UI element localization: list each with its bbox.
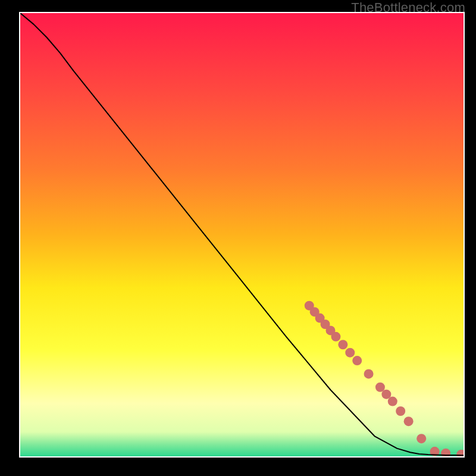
marker-dot [364, 369, 374, 378]
marker-dot [331, 332, 340, 342]
plot-svg [19, 12, 465, 458]
marker-dot [388, 397, 397, 406]
marker-dot [345, 348, 355, 358]
marker-dot [404, 416, 414, 426]
plot-area [19, 12, 465, 458]
marker-dot [396, 406, 405, 416]
chart-stage: TheBottleneck.com [0, 0, 476, 476]
marker-dot [416, 434, 426, 443]
marker-dot [338, 340, 347, 349]
gradient-background [20, 13, 464, 456]
marker-dot [352, 356, 362, 365]
